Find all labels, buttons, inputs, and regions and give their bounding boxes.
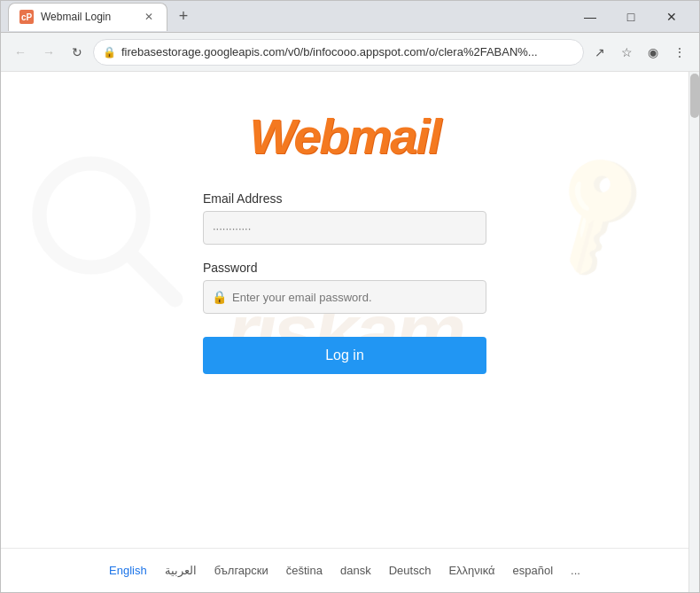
reload-button[interactable]: ↻ [65, 40, 89, 65]
email-label: Email Address [203, 191, 486, 206]
lang-czech[interactable]: čeština [286, 564, 323, 577]
tab-close-button[interactable]: ✕ [142, 10, 156, 24]
url-display: firebasestorage.googleapis.com/v0/b/info… [121, 45, 574, 59]
lang-english[interactable]: English [109, 564, 147, 577]
lock-icon: 🔒 [103, 46, 116, 59]
scrollbar-thumb[interactable] [690, 74, 699, 118]
email-form-group: Email Address [203, 191, 486, 245]
email-input[interactable] [203, 211, 486, 245]
window-controls: — □ ✕ [570, 1, 692, 33]
login-button[interactable]: Log in [203, 337, 486, 374]
lang-bulgarian[interactable]: български [214, 564, 268, 577]
bookmark-button[interactable]: ☆ [614, 40, 639, 65]
lang-arabic[interactable]: العربية [165, 564, 197, 577]
menu-button[interactable]: ⋮ [667, 40, 692, 65]
login-container: Webmail Email Address Password 🔒 Log in [105, 72, 584, 392]
title-bar: cP Webmail Login ✕ + — □ ✕ [1, 1, 699, 33]
address-bar: ← → ↻ 🔒 firebasestorage.googleapis.com/v… [1, 33, 699, 72]
webmail-logo: Webmail [249, 107, 439, 165]
close-button[interactable]: ✕ [651, 1, 692, 33]
lang-greek[interactable]: Ελληνικά [448, 564, 494, 577]
content-area: riskam 🔑 Webmail Email Address Password [1, 72, 699, 592]
browser-window: cP Webmail Login ✕ + — □ ✕ ← → ↻ 🔒 fireb… [0, 0, 700, 593]
share-button[interactable]: ↗ [587, 40, 612, 65]
lang-danish[interactable]: dansk [340, 564, 371, 577]
scrollbar-track[interactable] [688, 72, 699, 592]
active-tab: cP Webmail Login ✕ [8, 3, 167, 31]
lang-more[interactable]: ... [571, 564, 580, 577]
address-actions: ↗ ☆ ◉ ⋮ [587, 40, 692, 65]
page-content: riskam 🔑 Webmail Email Address Password [1, 72, 688, 592]
tab-bar: cP Webmail Login ✕ + [8, 3, 570, 31]
password-input[interactable] [203, 280, 486, 314]
password-form-group: Password 🔒 [203, 261, 486, 314]
minimize-button[interactable]: — [570, 1, 611, 33]
lang-german[interactable]: Deutsch [389, 564, 432, 577]
maximize-button[interactable]: □ [611, 1, 651, 33]
new-tab-button[interactable]: + [171, 4, 196, 29]
address-input-wrapper[interactable]: 🔒 firebasestorage.googleapis.com/v0/b/in… [93, 39, 584, 66]
password-input-wrapper: 🔒 [203, 280, 486, 314]
language-bar: English العربية български čeština dansk … [1, 548, 688, 592]
forward-button[interactable]: → [36, 40, 61, 65]
tab-title: Webmail Login [41, 11, 135, 23]
profile-button[interactable]: ◉ [641, 40, 665, 65]
back-button[interactable]: ← [8, 40, 33, 65]
password-label: Password [203, 261, 486, 275]
tab-favicon: cP [19, 10, 34, 24]
lang-spanish[interactable]: español [513, 564, 554, 577]
